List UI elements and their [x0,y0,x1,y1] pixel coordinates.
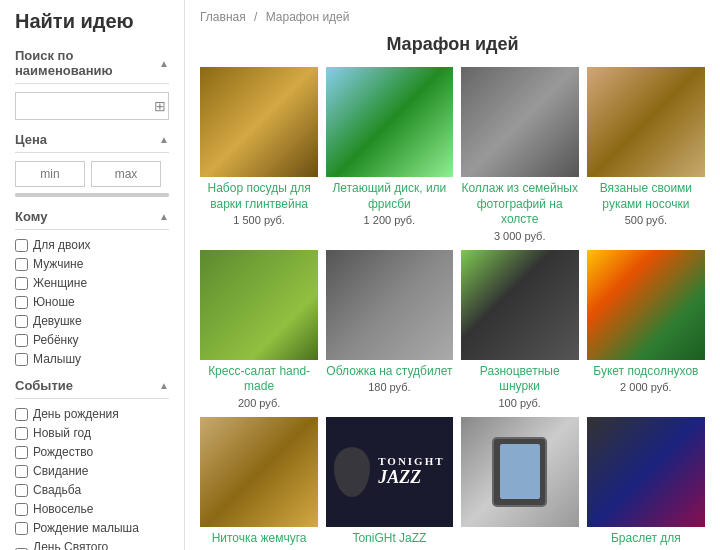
sidebar-title: Найти идею [15,10,169,33]
event-checkbox[interactable] [15,484,28,497]
page-title: Марафон идей [200,34,705,55]
product-price: 180 руб. [326,381,452,393]
list-item: Новоселье [15,502,169,516]
komy-filter-label: Кому [15,209,47,224]
product-image: ToniGHt JaZZ [326,417,452,527]
event-checkbox[interactable] [15,465,28,478]
search-input[interactable] [15,92,169,120]
komy-item-label: Девушке [33,314,82,328]
breadcrumb: Главная / Марафон идей [200,10,705,24]
event-item-label: Свадьба [33,483,81,497]
komy-item-label: Малышу [33,352,81,366]
product-grid: Набор посуды для варки глинтвейна1 500 р… [200,67,705,550]
jazz-jazz: JaZZ [378,467,444,488]
product-image [200,67,318,177]
komy-checkbox[interactable] [15,334,28,347]
price-filter-label: Цена [15,132,47,147]
breadcrumb-current: Марафон идей [266,10,350,24]
search-button[interactable]: ⊞ [154,98,166,114]
event-filter-label: Событие [15,378,73,393]
search-filter-label: Поиск по наименованию [15,48,159,78]
event-checkbox[interactable] [15,522,28,535]
event-item-label: Новый год [33,426,91,440]
search-section: Поиск по наименованию ▲ ⊞ [15,48,169,120]
price-min-input[interactable] [15,161,85,187]
product-card[interactable] [461,417,579,550]
komy-item-label: Ребёнку [33,333,79,347]
product-price: 500 руб. [587,214,705,226]
product-price: 1 500 руб. [200,214,318,226]
product-card[interactable]: Кресс-салат hand-made200 руб. [200,250,318,409]
product-card[interactable]: Набор посуды для варки глинтвейна1 500 р… [200,67,318,242]
list-item: Свидание [15,464,169,478]
search-filter-header[interactable]: Поиск по наименованию ▲ [15,48,169,84]
price-inputs [15,161,169,187]
product-title: Кресс-салат hand-made [200,364,318,395]
list-item: День рождения [15,407,169,421]
search-input-wrapper: ⊞ [15,92,169,120]
event-checkbox[interactable] [15,503,28,516]
event-item-label: Новоселье [33,502,93,516]
price-section: Цена ▲ [15,132,169,197]
breadcrumb-home[interactable]: Главная [200,10,246,24]
product-card[interactable]: Букет подсолнухов2 000 руб. [587,250,705,409]
komy-collapse-icon: ▲ [159,211,169,222]
komy-filter-header[interactable]: Кому ▲ [15,209,169,230]
list-item: Малышу [15,352,169,366]
price-max-input[interactable] [91,161,161,187]
event-item-label: Рождение малыша [33,521,139,535]
komy-checkbox[interactable] [15,296,28,309]
list-item: Рождение малыша [15,521,169,535]
komy-item-label: Юноше [33,295,75,309]
product-title: Браслет для украшения милого сердцу запя… [587,531,705,550]
event-collapse-icon: ▲ [159,380,169,391]
jazz-tonight: ToniGHt [378,455,444,467]
price-range-slider[interactable] [15,193,169,197]
list-item: Ребёнку [15,333,169,347]
price-filter-header[interactable]: Цена ▲ [15,132,169,153]
product-card[interactable]: ToniGHt JaZZ ToniGHt JaZZ [326,417,452,550]
list-item: Юноше [15,295,169,309]
product-title: Набор посуды для варки глинтвейна [200,181,318,212]
product-card[interactable]: Браслет для украшения милого сердцу запя… [587,417,705,550]
product-image [326,250,452,360]
event-checkbox[interactable] [15,427,28,440]
event-checkbox[interactable] [15,408,28,421]
event-checkbox[interactable] [15,446,28,459]
product-image [200,250,318,360]
product-image [461,67,579,177]
product-price: 200 руб. [200,397,318,409]
event-item-label: День рождения [33,407,119,421]
product-price: 3 000 руб. [461,230,579,242]
event-item-label: Свидание [33,464,88,478]
komy-item-label: Для двоих [33,238,91,252]
product-image [587,67,705,177]
komy-checkbox[interactable] [15,315,28,328]
komy-checkbox[interactable] [15,277,28,290]
list-item: Девушке [15,314,169,328]
komy-section: Кому ▲ Для двоихМужчинеЖенщинеЮношеДевуш… [15,209,169,366]
product-title: Летающий диск, или фрисби [326,181,452,212]
range-track [15,193,169,197]
komy-checkbox[interactable] [15,353,28,366]
product-title: Ниточка жемчуга [200,531,318,547]
sidebar: Найти идею Поиск по наименованию ▲ ⊞ Цен… [0,0,185,550]
komy-checkbox[interactable] [15,239,28,252]
product-card[interactable]: Летающий диск, или фрисби1 200 руб. [326,67,452,242]
komy-checkbox[interactable] [15,258,28,271]
list-item: День Святого Валентина [15,540,169,550]
price-collapse-icon: ▲ [159,134,169,145]
product-card[interactable]: Ниточка жемчуга12 000 руб. [200,417,318,550]
product-price: 2 000 руб. [587,381,705,393]
list-item: Для двоих [15,238,169,252]
product-title: Коллаж из семейных фотографий на холсте [461,181,579,228]
product-card[interactable]: Разноцветные шнурки100 руб. [461,250,579,409]
product-card[interactable]: Вязаные своими руками носочки500 руб. [587,67,705,242]
event-filter-header[interactable]: Событие ▲ [15,378,169,399]
product-title: Разноцветные шнурки [461,364,579,395]
event-item-label: День Святого Валентина [33,540,169,550]
komy-checkboxes: Для двоихМужчинеЖенщинеЮношеДевушкеРебён… [15,238,169,366]
product-card[interactable]: Коллаж из семейных фотографий на холсте3… [461,67,579,242]
list-item: Новый год [15,426,169,440]
product-card[interactable]: Обложка на студбилет180 руб. [326,250,452,409]
